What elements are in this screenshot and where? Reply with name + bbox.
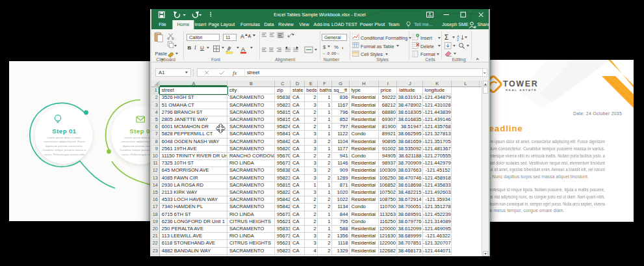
svg-text:fx: fx <box>233 70 237 76</box>
svg-text:A: A <box>241 46 245 52</box>
svg-text:Z: Z <box>457 38 459 42</box>
